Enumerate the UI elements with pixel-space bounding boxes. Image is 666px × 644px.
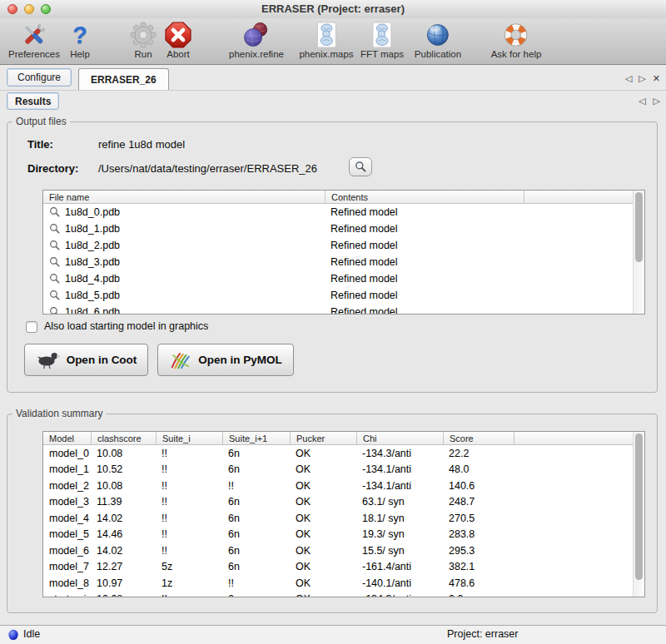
tab-next-icon[interactable]: ▷ xyxy=(639,73,645,84)
validation-cell: 48.0 xyxy=(443,463,514,475)
open-in-pymol-button[interactable]: Open in PyMOL xyxy=(157,344,294,376)
file-contents-cell: Refined model xyxy=(325,240,524,251)
toolbar-button-abort[interactable]: Abort xyxy=(164,21,192,59)
validation-cell: 14.46 xyxy=(91,528,156,540)
column-header-file-name[interactable]: File name xyxy=(43,191,325,203)
validation-cell: model_8 xyxy=(43,577,91,589)
file-name: 1u8d_4.pdb xyxy=(65,273,120,285)
validation-cell: model_2 xyxy=(43,480,91,492)
project-text: Project: erraser xyxy=(447,628,518,640)
column-header-model[interactable]: Model xyxy=(43,432,91,444)
magnifier-icon xyxy=(49,290,61,301)
toolbar-button-run[interactable]: Run xyxy=(129,21,157,59)
load-starting-model-label: Also load starting model in graphics xyxy=(44,320,208,332)
status-text: Idle xyxy=(23,628,40,640)
validation-scrollbar-thumb[interactable] xyxy=(635,433,643,580)
open-in-pymol-label: Open in PyMOL xyxy=(198,354,282,366)
file-name: 1u8d_1.pdb xyxy=(65,223,120,235)
validation-table: Model clashscore Suite_i Suite_i+1 Pucke… xyxy=(42,431,645,597)
validation-row[interactable]: model_110.52!!6nOK-134.1/anti48.0 xyxy=(43,462,644,478)
validation-cell: 6n xyxy=(222,448,290,459)
validation-cell: 14.02 xyxy=(91,513,156,524)
validation-row[interactable]: model_414.02!!6nOK18.1/ syn270.5 xyxy=(43,510,644,527)
validation-row[interactable]: model_514.46!!6nOK19.3/ syn283.8 xyxy=(43,527,644,543)
file-row[interactable]: 1u8d_2.pdbRefined model xyxy=(43,237,644,254)
validation-row[interactable]: model_010.08!!6nOK-134.3/anti22.2 xyxy=(43,445,644,462)
file-row[interactable]: 1u8d_6.pdbRefined model xyxy=(43,304,644,315)
magnifier-icon xyxy=(49,223,61,235)
validation-cell: 14.02 xyxy=(91,545,156,557)
validation-scrollbar[interactable] xyxy=(633,432,644,597)
validation-row[interactable]: model_210.08!!!!OK-134.1/anti140.6 xyxy=(43,478,644,494)
output-files-group: Output files Title: refine 1u8d model Di… xyxy=(7,121,658,393)
validation-cell: 382.1 xyxy=(443,561,514,572)
validation-cell: 140.6 xyxy=(443,480,514,492)
validation-cell: 10.08 xyxy=(91,448,156,459)
validation-row[interactable]: start_min10.08!!6nOK-134.3/anti0.0 xyxy=(43,592,644,598)
validation-cell: OK xyxy=(290,463,356,475)
column-header-suite-i[interactable]: Suite_i xyxy=(156,432,222,444)
results-next-icon[interactable]: ▷ xyxy=(654,96,660,107)
tab-close-icon[interactable]: ✕ xyxy=(653,73,660,84)
file-list-scrollbar[interactable] xyxy=(633,191,644,314)
file-name: 1u8d_3.pdb xyxy=(65,256,120,268)
validation-cell: OK xyxy=(290,577,356,589)
validation-cell: !! xyxy=(156,496,222,508)
map-mesh-icon xyxy=(312,21,340,49)
directory-field-label: Directory: xyxy=(27,162,78,175)
validation-cell: model_1 xyxy=(43,463,91,475)
column-header-score[interactable]: Score xyxy=(443,432,514,444)
open-in-coot-button[interactable]: Open in Coot xyxy=(24,344,148,376)
toolbar-button-fft-maps[interactable]: FFT maps xyxy=(360,21,404,59)
validation-row[interactable]: model_311.39!!6nOK63.1/ syn248.7 xyxy=(43,494,644,511)
validation-cell: -140.1/anti xyxy=(356,577,443,589)
validation-cell: 12.27 xyxy=(91,561,156,572)
file-name: 1u8d_5.pdb xyxy=(65,290,120,301)
globe-icon xyxy=(424,21,452,49)
tab-prev-icon[interactable]: ◁ xyxy=(625,73,632,84)
file-contents-cell: Refined model xyxy=(325,290,524,301)
toolbar-button-preferences[interactable]: Preferences xyxy=(8,21,60,59)
validation-row[interactable]: model_712.275z6nOK-161.4/anti382.1 xyxy=(43,559,644,576)
validation-row[interactable]: model_614.02!!6nOK15.5/ syn295.3 xyxy=(43,542,644,559)
file-list-scrollbar-thumb[interactable] xyxy=(635,192,643,262)
column-header-pucker[interactable]: Pucker xyxy=(290,432,356,444)
file-contents-cell: Refined model xyxy=(325,306,524,315)
tab-configure[interactable]: Configure xyxy=(7,68,72,87)
file-row[interactable]: 1u8d_1.pdbRefined model xyxy=(43,220,644,237)
browse-directory-button[interactable] xyxy=(349,157,372,176)
column-header-contents[interactable]: Contents xyxy=(325,191,524,203)
toolbar: Preferences ? Help Run xyxy=(0,18,666,65)
coot-bird-icon xyxy=(36,350,61,370)
tab-strip: Configure ERRASER_26 ◁ ▷ ✕ xyxy=(0,65,666,91)
toolbar-button-ask-for-help[interactable]: Ask for help xyxy=(491,21,542,59)
file-table-body: 1u8d_0.pdbRefined model 1u8d_1.pdbRefine… xyxy=(43,204,644,315)
toolbar-button-help[interactable]: ? Help xyxy=(66,21,94,59)
column-header-blank xyxy=(514,432,644,444)
validation-row[interactable]: model_810.971z!!OK-140.1/anti478.6 xyxy=(43,575,644,592)
file-row[interactable]: 1u8d_4.pdbRefined model xyxy=(43,270,644,287)
validation-cell: 270.5 xyxy=(443,513,514,524)
toolbar-button-phenix-refine[interactable]: phenix.refine xyxy=(229,21,284,59)
results-prev-icon[interactable]: ◁ xyxy=(639,96,645,107)
validation-cell: model_6 xyxy=(43,545,91,557)
magnifier-icon xyxy=(49,206,61,218)
column-header-chi[interactable]: Chi xyxy=(356,432,443,444)
file-contents-cell: Refined model xyxy=(325,223,524,235)
column-header-clashscore[interactable]: clashscore xyxy=(91,432,156,444)
file-row[interactable]: 1u8d_5.pdbRefined model xyxy=(43,287,644,304)
validation-cell: 248.7 xyxy=(443,496,514,508)
toolbar-label: Publication xyxy=(415,49,461,59)
column-header-suite-i1[interactable]: Suite_i+1 xyxy=(222,432,290,444)
load-starting-model-checkbox[interactable] xyxy=(26,321,37,333)
validation-cell: !! xyxy=(156,545,222,557)
file-row[interactable]: 1u8d_0.pdbRefined model xyxy=(43,204,644,220)
tab-results[interactable]: Results xyxy=(7,92,59,110)
tab-erraser-26[interactable]: ERRASER_26 xyxy=(78,68,169,90)
toolbar-button-phenix-maps[interactable]: phenix.maps xyxy=(299,21,353,59)
toolbar-label: FFT maps xyxy=(360,49,404,59)
file-row[interactable]: 1u8d_3.pdbRefined model xyxy=(43,254,644,270)
file-contents-cell: Refined model xyxy=(325,273,524,285)
titlebar: ERRASER (Project: erraser) xyxy=(0,0,666,19)
toolbar-button-publication[interactable]: Publication xyxy=(415,21,461,59)
